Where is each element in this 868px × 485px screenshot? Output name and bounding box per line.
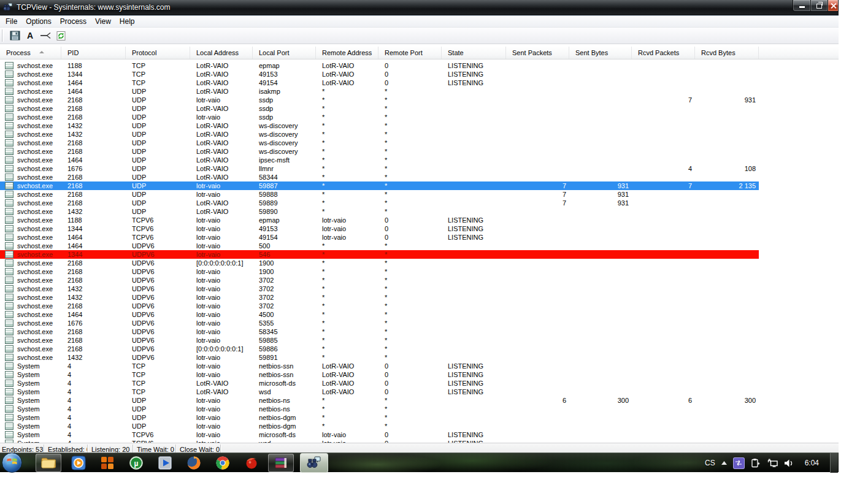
menu-help[interactable]: Help	[115, 17, 139, 26]
table-row[interactable]: System4TCPLotR-VAIOmicrosoft-dsLotR-VAIO…	[0, 379, 759, 388]
table-row[interactable]: svchost.exe1464UDPLotR-VAIOipsec-msft**	[0, 156, 759, 164]
red-app-taskbar-button[interactable]	[237, 454, 266, 472]
column-header-label: Local Port	[259, 49, 290, 59]
column-header-pid[interactable]: PID	[61, 47, 126, 59]
column-header-local-address[interactable]: Local Address	[190, 47, 253, 59]
firefox-taskbar-button[interactable]	[179, 454, 208, 472]
column-header-local-port[interactable]: Local Port	[253, 47, 316, 59]
table-row[interactable]: System4TCPV6lotr-vaiomicrosoft-dslotr-va…	[0, 430, 759, 439]
cell-rcvd-packets	[632, 207, 695, 216]
start-button[interactable]	[2, 453, 22, 473]
table-row[interactable]: svchost.exe1432UDPLotR-VAIO59890**	[0, 207, 759, 216]
menu-file[interactable]: File	[1, 17, 21, 26]
save-toolbar-button[interactable]	[8, 29, 21, 42]
table-row[interactable]: System4TCPLotR-VAIOwsdLotR-VAIO0LISTENIN…	[0, 388, 759, 396]
table-row[interactable]: svchost.exe2168UDPV6lotr-vaio3702**	[0, 302, 759, 310]
refresh-toolbar-button[interactable]	[54, 29, 67, 42]
column-header-rcvd-packets[interactable]: Rcvd Packets	[632, 47, 695, 59]
tcpview-taskbar-button[interactable]	[300, 453, 328, 473]
table-row[interactable]: svchost.exe1344UDPV6lotr-vaio546**	[0, 250, 759, 259]
table-row[interactable]: System4TCPlotr-vaionetbios-ssnLotR-VAIO0…	[0, 362, 759, 370]
table-row[interactable]: System4UDPlotr-vaionetbios-ns**	[0, 405, 759, 413]
cell-sent-packets	[506, 439, 569, 443]
column-header-process[interactable]: Process	[0, 47, 61, 59]
table-row[interactable]: svchost.exe1432UDPLotR-VAIOws-discovery*…	[0, 130, 759, 139]
cell-pid: 1344	[61, 224, 126, 233]
close-button[interactable]	[828, 0, 839, 12]
show-hidden-icons-button[interactable]	[721, 461, 727, 465]
table-row[interactable]: svchost.exe1344TCPV6lotr-vaio49153lotr-v…	[0, 224, 759, 233]
cell-process: svchost.exe	[0, 199, 61, 207]
table-row[interactable]: svchost.exe2168UDPlotr-vaiossdp**7931	[0, 96, 759, 104]
column-header-sent-bytes[interactable]: Sent Bytes	[569, 47, 632, 59]
connection-list[interactable]: svchost.exe1188TCPLotR-VAIOepmapLotR-VAI…	[0, 59, 839, 443]
table-row[interactable]: svchost.exe2168UDPLotR-VAIO59889**7931	[0, 199, 759, 207]
table-row[interactable]: svchost.exe2168UDPLotR-VAIO58344**	[0, 173, 759, 181]
table-row[interactable]: svchost.exe2168UDPlotr-vaio59887**793172…	[0, 181, 759, 190]
column-header-remote-address[interactable]: Remote Address	[316, 47, 378, 59]
cell-local-port: 1900	[253, 267, 316, 276]
cell-local-port: 49153	[253, 70, 316, 78]
restore-button[interactable]	[811, 0, 828, 12]
media-player-taskbar-button[interactable]	[64, 454, 93, 472]
table-row[interactable]: System4UDPlotr-vaionetbios-dgm**	[0, 422, 759, 430]
clock[interactable]: 6:04	[805, 459, 819, 467]
column-header-sent-packets[interactable]: Sent Packets	[506, 47, 569, 59]
network-tray-icon[interactable]	[767, 459, 778, 467]
table-row[interactable]: svchost.exe1432UDPLotR-VAIOws-discovery*…	[0, 121, 759, 130]
table-row[interactable]: svchost.exe2168UDPV6lotr-vaio59885**	[0, 336, 759, 345]
chrome-taskbar-button[interactable]	[208, 454, 237, 472]
disconnect-toolbar-button[interactable]	[39, 29, 52, 42]
table-row[interactable]: svchost.exe1432UDPV6lotr-vaio3702**	[0, 285, 759, 293]
utorrent-taskbar-button[interactable]: µ	[121, 454, 150, 472]
table-row[interactable]: svchost.exe1676UDPLotR-VAIOllmnr**4108	[0, 164, 759, 173]
office-taskbar-button[interactable]	[93, 454, 121, 472]
table-row[interactable]: System4UDPlotr-vaionetbios-dgm**	[0, 413, 759, 422]
table-row[interactable]: System4UDPlotr-vaionetbios-ns**63006300	[0, 396, 759, 405]
table-row[interactable]: svchost.exe1344TCPLotR-VAIO49153LotR-VAI…	[0, 70, 759, 78]
column-header-rcvd-bytes[interactable]: Rcvd Bytes	[695, 47, 759, 59]
table-row[interactable]: svchost.exe2168UDPV6lotr-vaio58345**	[0, 327, 759, 336]
cell-sent-bytes	[569, 250, 632, 259]
sync-tray-icon[interactable]	[733, 457, 745, 469]
title-bar[interactable]: TCPView - Sysinternals: www.sysinternals…	[0, 0, 839, 15]
table-row[interactable]: svchost.exe1464UDPLotR-VAIOisakmp**	[0, 87, 759, 96]
menu-view[interactable]: View	[91, 17, 115, 26]
column-header-remote-port[interactable]: Remote Port	[378, 47, 442, 59]
table-row[interactable]: svchost.exe1188TCPV6lotr-vaioepmaplotr-v…	[0, 216, 759, 224]
table-row[interactable]: svchost.exe1464TCPLotR-VAIO49154LotR-VAI…	[0, 78, 759, 87]
column-header-state[interactable]: State	[442, 47, 506, 59]
table-row[interactable]: svchost.exe1188TCPLotR-VAIOepmapLotR-VAI…	[0, 61, 759, 70]
explorer-taskbar-button[interactable]	[36, 454, 61, 472]
table-row[interactable]: svchost.exe1464UDPV6lotr-vaio4500**	[0, 310, 759, 319]
table-row[interactable]: svchost.exe2168UDPV6lotr-vaio3702**	[0, 276, 759, 285]
font-toolbar-button[interactable]: A	[23, 29, 37, 42]
table-row[interactable]: svchost.exe1432UDPV6lotr-vaio59891**	[0, 353, 759, 362]
table-row[interactable]: svchost.exe2168UDPV6lotr-vaio1900**	[0, 267, 759, 276]
language-indicator[interactable]: CS	[705, 459, 715, 467]
table-row[interactable]: System4TCPlotr-vaionetbios-ssnLotR-VAIO0…	[0, 370, 759, 379]
menu-process[interactable]: Process	[56, 17, 91, 26]
minimize-button[interactable]	[793, 0, 811, 12]
table-row[interactable]: svchost.exe2168UDPlotr-vaiossdp**	[0, 113, 759, 121]
table-row[interactable]: svchost.exe2168UDPLotR-VAIOws-discovery*…	[0, 147, 759, 156]
media-player-icon	[71, 456, 86, 470]
cell-protocol: UDPV6	[126, 336, 190, 345]
action-center-tray-icon[interactable]	[751, 458, 761, 468]
table-row[interactable]: svchost.exe1464TCPV6lotr-vaio49154lotr-v…	[0, 233, 759, 242]
table-row[interactable]: svchost.exe1432UDPV6lotr-vaio3702**	[0, 293, 759, 302]
table-row[interactable]: svchost.exe2168UDPV6[0:0:0:0:0:0:0:1]190…	[0, 259, 759, 267]
menu-options[interactable]: Options	[21, 17, 55, 26]
volume-tray-icon[interactable]	[784, 459, 794, 467]
column-header-protocol[interactable]: Protocol	[126, 47, 190, 59]
table-row[interactable]: svchost.exe2168UDPV6[0:0:0:0:0:0:0:1]598…	[0, 345, 759, 353]
table-row[interactable]: svchost.exe2168UDPLotR-VAIOssdp**	[0, 104, 759, 113]
table-row[interactable]: svchost.exe2168UDPLotR-VAIOws-discovery*…	[0, 139, 759, 147]
table-row[interactable]: System4TCPV6lotr-vaiowsdlotr-vaio0LISTEN…	[0, 439, 759, 443]
video-player-taskbar-button[interactable]	[150, 454, 179, 472]
winrar-taskbar-button[interactable]	[268, 454, 294, 472]
show-desktop-button[interactable]	[830, 453, 838, 473]
table-row[interactable]: svchost.exe1464UDPV6lotr-vaio500**	[0, 242, 759, 250]
table-row[interactable]: svchost.exe1676UDPV6lotr-vaio5355**	[0, 319, 759, 327]
table-row[interactable]: svchost.exe2168UDPlotr-vaio59888**7931	[0, 190, 759, 199]
